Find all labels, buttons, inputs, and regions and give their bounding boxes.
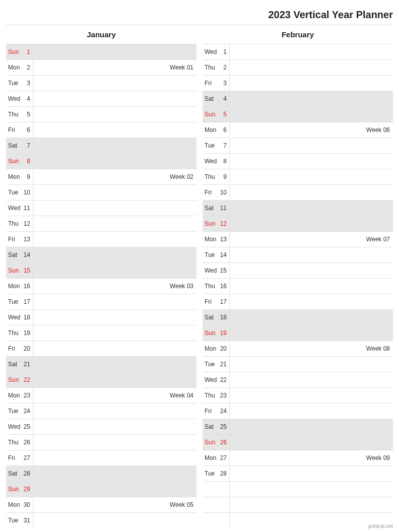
day-number: 5	[21, 111, 33, 118]
day-number: 14	[218, 251, 230, 258]
day-number: 26	[21, 439, 33, 446]
day-cell: Fri10	[203, 185, 230, 200]
day-cell	[203, 513, 230, 528]
day-row: Wed1	[203, 44, 393, 59]
day-of-week: Wed	[203, 158, 218, 165]
day-cell: Tue24	[6, 404, 33, 419]
day-of-week: Mon	[6, 392, 21, 399]
note-cell	[230, 60, 393, 75]
day-row: Tue21	[203, 356, 393, 372]
day-number: 22	[218, 376, 230, 383]
note-cell	[230, 310, 393, 325]
day-cell: Tue14	[203, 247, 230, 262]
note-cell	[230, 466, 393, 481]
note-cell: Week 01	[33, 60, 196, 75]
day-row: Thu5	[6, 106, 196, 122]
note-cell	[33, 435, 196, 450]
day-row: Fri13	[6, 231, 196, 247]
day-cell: Thu23	[203, 388, 230, 403]
day-cell: Mon23	[6, 388, 33, 403]
day-number: 19	[21, 329, 33, 337]
day-of-week: Sun	[203, 439, 218, 446]
day-of-week: Wed	[6, 95, 21, 102]
note-cell	[33, 247, 196, 262]
month-column: FebruaryWed1Thu2Fri3Sat4Sun5Mon6Week 06T…	[203, 25, 393, 528]
note-cell	[33, 263, 196, 278]
day-of-week: Tue	[6, 80, 21, 87]
day-row: Sun8	[6, 153, 196, 169]
day-row: Tue3	[6, 75, 196, 91]
note-cell	[33, 216, 196, 231]
day-number: 20	[21, 345, 33, 352]
note-cell: Week 09	[230, 450, 393, 466]
day-cell: Tue31	[6, 513, 33, 528]
day-row: Mon9Week 02	[6, 169, 196, 184]
page-title: 2023 Vertical Year Planner	[268, 9, 393, 20]
day-row: Sun5	[203, 106, 393, 122]
note-cell	[33, 107, 196, 122]
day-of-week: Fri	[203, 298, 218, 305]
day-cell: Tue17	[6, 294, 33, 309]
note-cell	[33, 482, 196, 497]
day-number: 5	[218, 111, 230, 118]
day-number: 8	[21, 158, 33, 165]
day-of-week: Sun	[203, 329, 218, 337]
note-cell	[33, 76, 196, 91]
day-of-week: Thu	[203, 64, 218, 71]
day-number: 1	[21, 48, 33, 55]
note-cell	[33, 419, 196, 434]
day-of-week: Tue	[203, 470, 218, 477]
day-row: Mon27Week 09	[203, 450, 393, 466]
note-cell	[230, 497, 393, 512]
note-cell	[230, 247, 393, 262]
day-of-week: Wed	[6, 205, 21, 212]
day-of-week: Thu	[6, 439, 21, 446]
day-cell: Thu26	[6, 435, 33, 450]
day-of-week: Sat	[6, 361, 21, 368]
day-number: 27	[21, 454, 33, 461]
note-cell	[33, 201, 196, 216]
note-cell	[230, 325, 393, 341]
day-row: Sat18	[203, 309, 393, 325]
day-row: Tue10	[6, 184, 196, 200]
day-of-week: Mon	[6, 64, 21, 71]
day-cell: Sun5	[203, 107, 230, 122]
note-cell	[230, 154, 393, 169]
day-cell: Sat11	[203, 201, 230, 216]
title-bar: 2023 Vertical Year Planner	[6, 6, 393, 25]
day-of-week: Mon	[6, 173, 21, 180]
day-cell: Mon13	[203, 232, 230, 247]
day-row: Mon30Week 05	[6, 497, 196, 512]
day-cell: Thu19	[6, 325, 33, 341]
day-cell: Sat21	[6, 357, 33, 372]
day-row: Sun19	[203, 325, 393, 341]
day-number: 2	[218, 64, 230, 71]
day-cell: Tue3	[6, 76, 33, 91]
day-row: Tue24	[6, 403, 196, 419]
day-cell: Thu2	[203, 60, 230, 75]
filler-row	[203, 481, 393, 497]
day-of-week: Sat	[203, 95, 218, 102]
day-cell: Wed8	[203, 154, 230, 169]
day-of-week: Mon	[203, 454, 218, 461]
day-cell: Mon27	[203, 450, 230, 466]
day-row: Tue28	[203, 466, 393, 481]
day-of-week: Sun	[203, 111, 218, 118]
day-cell: Thu16	[203, 279, 230, 294]
day-row: Fri10	[203, 184, 393, 200]
filler-row	[203, 512, 393, 528]
day-cell: Fri17	[203, 294, 230, 309]
day-cell: Wed4	[6, 91, 33, 106]
day-row: Tue31	[6, 512, 196, 528]
day-number: 1	[218, 48, 230, 55]
note-cell	[33, 341, 196, 356]
month-column: JanuarySun1Mon2Week 01Tue3Wed4Thu5Fri6Sa…	[6, 25, 196, 528]
day-row: Tue17	[6, 294, 196, 309]
note-cell	[33, 404, 196, 419]
day-row: Sat11	[203, 200, 393, 216]
day-number: 21	[21, 361, 33, 368]
note-cell	[33, 310, 196, 325]
day-of-week: Mon	[203, 345, 218, 352]
day-number: 19	[218, 329, 230, 337]
day-cell: Sat7	[6, 138, 33, 153]
